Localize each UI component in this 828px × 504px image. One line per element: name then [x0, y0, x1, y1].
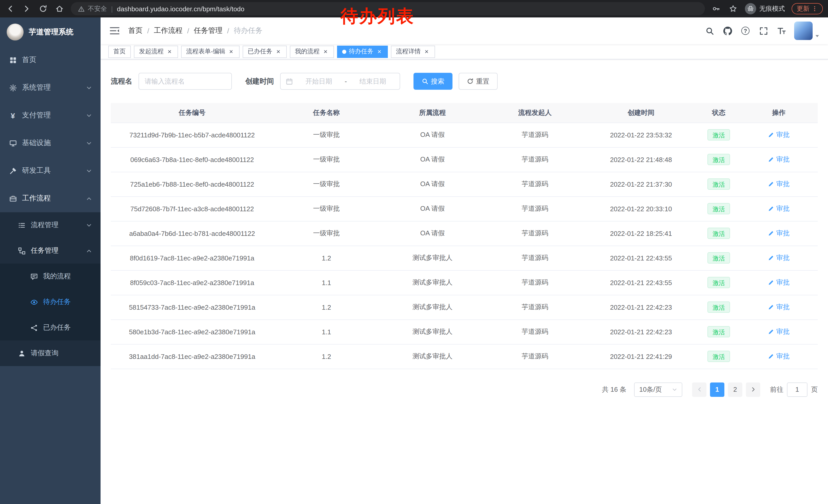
cell-task-name: 一级审批 [274, 172, 379, 196]
chat-icon [30, 272, 38, 280]
cell-create-time: 2022-01-21 22:42:23 [584, 319, 697, 344]
filter-bar: 流程名 创建时间 开始日期 - 结束日期 搜索 重 [111, 73, 818, 90]
approve-link[interactable]: 审批 [768, 303, 790, 312]
browser-back-button[interactable] [5, 4, 15, 14]
col-task-name: 任务名称 [274, 103, 379, 123]
chevron-down-icon [86, 85, 92, 91]
sidebar-item-workflow[interactable]: 工作流程 [0, 185, 100, 212]
prev-page-button[interactable] [692, 382, 706, 397]
approve-link[interactable]: 审批 [768, 204, 790, 213]
tab-process-detail[interactable]: 流程详情 × [391, 45, 435, 58]
page-size-select[interactable]: 10条/页 [634, 382, 682, 397]
tab-close-icon[interactable]: × [322, 48, 329, 55]
cell-task-name: 1.2 [274, 245, 379, 270]
fullscreen-icon[interactable] [758, 26, 769, 36]
cell-status: 激活 [697, 196, 740, 221]
reset-button[interactable]: 重置 [459, 73, 498, 90]
cell-action: 审批 [740, 319, 818, 344]
tab-home[interactable]: 首页 [108, 45, 131, 58]
sidebar-item-label: 支付管理 [22, 111, 51, 120]
sidebar-item-my-process[interactable]: 我的流程 [0, 264, 100, 289]
table-row: 73211d9d-7b9b-11ec-b5b7-acde48001122 一级审… [111, 123, 818, 147]
cell-create-time: 2022-01-22 20:33:10 [584, 196, 697, 221]
status-badge: 激活 [707, 154, 730, 165]
cell-action: 审批 [740, 196, 818, 221]
cell-create-time: 2022-01-22 23:53:32 [584, 123, 697, 147]
page-button-2[interactable]: 2 [728, 382, 742, 397]
sidebar-item-done-task[interactable]: 已办任务 [0, 315, 100, 340]
sidebar-item-payment[interactable]: ¥ 支付管理 [0, 101, 100, 129]
github-icon[interactable] [722, 26, 733, 36]
cell-task-name: 1.2 [274, 295, 379, 319]
approve-link[interactable]: 审批 [768, 155, 790, 164]
browser-forward-button[interactable] [22, 4, 32, 14]
cell-starter: 芋道源码 [486, 123, 585, 147]
approve-link[interactable]: 审批 [768, 130, 790, 139]
tab-done-task[interactable]: 已办任务 × [243, 45, 287, 58]
refresh-icon [467, 78, 473, 85]
bookmark-star-icon[interactable] [728, 4, 738, 14]
tab-close-icon[interactable]: × [423, 48, 430, 55]
incognito-label: 无痕模式 [759, 4, 785, 13]
browser-update-button[interactable]: 更新 [792, 3, 823, 14]
approve-label: 审批 [776, 303, 790, 312]
table-row: a6aba0a4-7b6d-11ec-b781-acde48001122 一级审… [111, 221, 818, 245]
tab-close-icon[interactable]: × [376, 48, 383, 55]
sidebar-item-process-mgmt[interactable]: 流程管理 [0, 212, 100, 238]
sidebar-item-label: 研发工具 [22, 166, 51, 175]
sidebar-item-system[interactable]: 系统管理 [0, 74, 100, 101]
font-size-icon[interactable] [776, 26, 786, 36]
browser-home-button[interactable] [54, 4, 65, 14]
cell-create-time: 2022-01-21 22:41:29 [584, 344, 697, 369]
goto-page-input[interactable] [787, 382, 808, 397]
sidebar-item-devtools[interactable]: 研发工具 [0, 157, 100, 185]
tab-todo-task[interactable]: 待办任务 × [337, 45, 388, 58]
tab-close-icon[interactable]: × [166, 48, 173, 55]
edit-icon [768, 353, 774, 359]
sidebar-item-task-mgmt[interactable]: 任务管理 [0, 238, 100, 264]
sidebar-item-leave-query[interactable]: 请假查询 [0, 340, 100, 366]
approve-link[interactable]: 审批 [768, 179, 790, 189]
process-name-input[interactable] [138, 73, 232, 90]
sidebar-collapse-button[interactable] [109, 25, 120, 36]
breadcrumb-item[interactable]: 首页 [128, 26, 142, 35]
tab-form-edit[interactable]: 流程表单-编辑 × [181, 45, 240, 58]
flowchart-icon [17, 246, 26, 255]
sidebar-item-home[interactable]: 首页 [0, 46, 100, 74]
user-menu[interactable] [794, 21, 820, 40]
end-date-placeholder: 结束日期 [351, 77, 395, 86]
browser-reload-button[interactable] [38, 4, 48, 14]
tab-my-process[interactable]: 我的流程 × [290, 45, 334, 58]
breadcrumb-item[interactable]: 任务管理 [194, 26, 223, 35]
tab-close-icon[interactable]: × [275, 48, 282, 55]
app-logo-row[interactable]: 芋道管理系统 [0, 17, 100, 46]
address-bar[interactable]: 不安全 | dashboard.yudao.iocoder.cn/bpm/tas… [71, 2, 705, 15]
url-text: dashboard.yudao.iocoder.cn/bpm/task/todo [117, 5, 244, 12]
password-key-icon[interactable] [711, 4, 721, 14]
approve-link[interactable]: 审批 [768, 352, 790, 361]
not-secure-indicator[interactable]: 不安全 [78, 4, 107, 13]
date-range-picker[interactable]: 开始日期 - 结束日期 [280, 73, 400, 90]
page-button-1[interactable]: 1 [710, 382, 724, 397]
cell-starter: 芋道源码 [486, 319, 585, 344]
tab-start-process[interactable]: 发起流程 × [134, 45, 178, 58]
sidebar-item-infra[interactable]: 基础设施 [0, 129, 100, 157]
breadcrumb-current: 待办任务 [234, 26, 262, 35]
help-icon[interactable] [740, 26, 750, 36]
col-action: 操作 [740, 103, 818, 123]
cell-process: OA 请假 [379, 172, 485, 196]
sidebar-item-todo-task[interactable]: 待办任务 [0, 289, 100, 315]
table-row: 75d72608-7b7f-11ec-a3c8-acde48001122 一级审… [111, 196, 818, 221]
breadcrumb-item[interactable]: 工作流程 [154, 26, 182, 35]
approve-link[interactable]: 审批 [768, 253, 790, 263]
search-icon[interactable] [704, 26, 715, 36]
tab-close-icon[interactable]: × [228, 48, 235, 55]
breadcrumb-separator: / [187, 27, 189, 35]
cell-create-time: 2022-01-22 21:37:30 [584, 172, 697, 196]
approve-link[interactable]: 审批 [768, 278, 790, 287]
approve-link[interactable]: 审批 [768, 229, 790, 238]
next-page-button[interactable] [746, 382, 760, 397]
search-button[interactable]: 搜索 [413, 73, 452, 90]
approve-link[interactable]: 审批 [768, 327, 790, 336]
table-row: 58154733-7ac8-11ec-a9e2-a2380e71991a 1.2… [111, 295, 818, 319]
